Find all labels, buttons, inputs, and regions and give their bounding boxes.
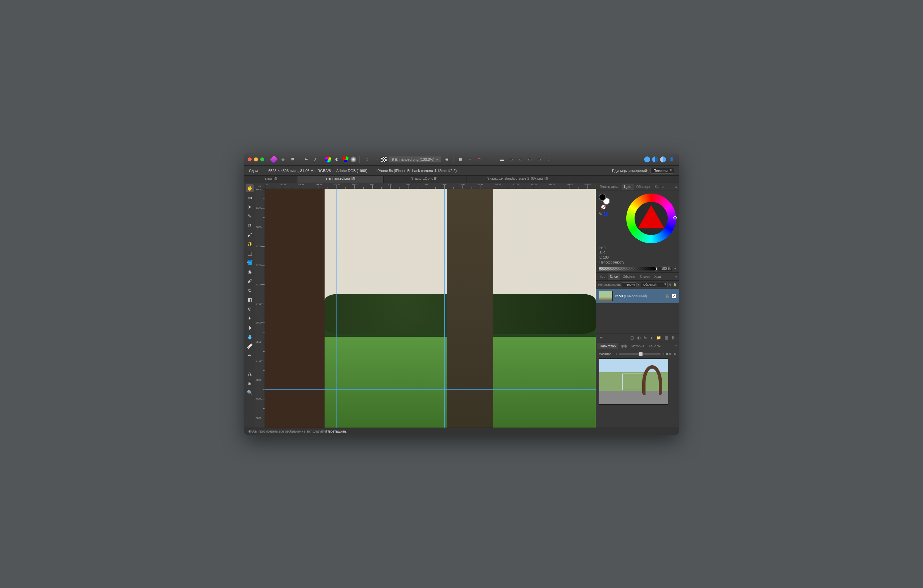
- mirror-icon[interactable]: ⇋: [302, 156, 310, 163]
- grid-icon[interactable]: ▦: [457, 156, 464, 163]
- dodge-tool[interactable]: ◗: [246, 324, 254, 332]
- eyedropper-icon[interactable]: ✎: [599, 212, 603, 217]
- panel-tab[interactable]: Трф: [618, 343, 629, 349]
- panel-tab[interactable]: Кисти: [652, 184, 666, 190]
- magnet-icon[interactable]: ⊃: [475, 156, 483, 163]
- panel-tab[interactable]: Слои: [608, 273, 620, 280]
- panel-tab[interactable]: Эффект: [620, 273, 637, 280]
- target-icon[interactable]: ◉: [443, 156, 450, 163]
- pixel-tool[interactable]: ↯: [246, 286, 254, 294]
- folder-icon[interactable]: 📁: [656, 335, 661, 340]
- minimize-button[interactable]: [254, 158, 258, 161]
- layers-icon[interactable]: ≣: [599, 335, 603, 340]
- zoom-slider[interactable]: [619, 353, 661, 355]
- arrow-tool[interactable]: ➤: [246, 203, 254, 211]
- pen-tool[interactable]: ✒: [246, 351, 254, 359]
- zoom-out-icon[interactable]: ⊖: [614, 352, 617, 356]
- horizontal-guide[interactable]: [265, 389, 596, 390]
- close-button[interactable]: [248, 158, 251, 161]
- horizontal-ruler[interactable]: px 2300240025002600270028002900300031003…: [255, 183, 596, 189]
- rgb-icon[interactable]: [342, 156, 348, 163]
- picked-color[interactable]: [604, 212, 608, 216]
- zoom-tool[interactable]: 🔍: [246, 388, 254, 396]
- account-icon[interactable]: 👤: [668, 156, 675, 163]
- arrange-3-icon[interactable]: ▭: [526, 156, 534, 163]
- erase-tool[interactable]: ◧: [246, 296, 254, 304]
- quicklook-1-icon[interactable]: [644, 156, 650, 163]
- layer-lock-icon[interactable]: 🔒: [673, 283, 677, 286]
- blend-mode-select[interactable]: Обычный: [641, 282, 668, 287]
- ruler-icon[interactable]: ⟋: [372, 156, 379, 163]
- arrange-5-icon[interactable]: ▯: [545, 156, 552, 163]
- color-wheel[interactable]: [626, 194, 676, 243]
- hourglass-icon[interactable]: ⧗: [650, 335, 653, 340]
- arrange-4-icon[interactable]: ▭: [535, 156, 543, 163]
- canvas[interactable]: [265, 189, 596, 427]
- color-wheel-icon[interactable]: [325, 156, 331, 163]
- layer-lock-icon[interactable]: 🔒: [665, 294, 670, 298]
- clone-tool[interactable]: ⊙: [246, 305, 254, 313]
- panel-tab[interactable]: Гистограмма: [598, 184, 622, 190]
- mesh-tool[interactable]: ⊞: [246, 379, 254, 387]
- magic-wand-tool[interactable]: ✨: [246, 240, 254, 248]
- marquee-tool[interactable]: ⬚: [246, 249, 254, 257]
- contrast-icon[interactable]: ◐: [333, 156, 340, 163]
- paint-brush-tool[interactable]: 🖌: [246, 277, 254, 285]
- color-picker-tool[interactable]: ✎: [246, 212, 254, 220]
- share-icon[interactable]: ⤴: [312, 156, 319, 163]
- delete-icon[interactable]: 🗑: [672, 335, 675, 340]
- layer-opacity-value[interactable]: 100 %: [622, 283, 637, 287]
- vertical-ruler[interactable]: 1800190020002100220023002400250026002700…: [255, 189, 265, 427]
- layer-item[interactable]: Фон (Пиксельный) 🔒 ✓: [596, 289, 679, 303]
- aperture-icon[interactable]: ✲: [289, 156, 296, 163]
- selection-brush-tool[interactable]: 🖌: [246, 231, 254, 239]
- document-tab[interactable]: 9.jpg [И]: [244, 176, 297, 182]
- healing-tool[interactable]: 🩹: [246, 342, 254, 350]
- document-title[interactable]: 9-Enhanced.png (100.0%): [389, 156, 441, 163]
- document-tab[interactable]: 9-Enhanced.png [И]: [297, 176, 384, 182]
- text-tool[interactable]: A: [246, 370, 254, 378]
- persona-icon[interactable]: ◎: [279, 156, 287, 163]
- opacity-value[interactable]: 100 %: [658, 266, 672, 271]
- panel-tab[interactable]: Хрщ: [652, 273, 663, 280]
- foreground-background-swatch[interactable]: [599, 194, 608, 203]
- panel-menu-icon[interactable]: ≡: [675, 344, 677, 348]
- panel-tab[interactable]: Каналы: [647, 343, 663, 349]
- no-color-swatch[interactable]: [601, 205, 606, 209]
- layer-opacity-menu-icon[interactable]: ▾: [638, 283, 639, 286]
- move-tool[interactable]: ▭: [246, 194, 254, 202]
- panel-tab[interactable]: История: [629, 343, 647, 349]
- shape-tool[interactable]: [246, 361, 254, 369]
- smudge-tool[interactable]: 💧: [246, 333, 254, 341]
- crop-tool[interactable]: ⧉: [246, 222, 254, 229]
- units-select[interactable]: Пиксели: [650, 168, 674, 174]
- arrange-1-icon[interactable]: ▭: [507, 156, 515, 163]
- fullscreen-button[interactable]: [260, 158, 264, 161]
- document-tab[interactable]: 9-gigapixel-standard-scale-2_00x.png [И]: [466, 176, 569, 182]
- panel-tab[interactable]: Стили: [638, 273, 652, 280]
- vertical-guide[interactable]: [444, 189, 445, 427]
- panel-tab[interactable]: Образцы: [634, 184, 652, 190]
- marquee-icon[interactable]: ⬚: [363, 156, 370, 163]
- panel-menu-icon[interactable]: ≡: [675, 185, 677, 189]
- zoom-in-icon[interactable]: ⊕: [673, 352, 676, 356]
- panel-tab[interactable]: Кор: [598, 273, 608, 280]
- arrange-2-icon[interactable]: ▭: [517, 156, 524, 163]
- mask-icon[interactable]: ▢: [630, 335, 634, 340]
- axis-icon[interactable]: ✛: [466, 156, 473, 163]
- panel-tab[interactable]: Навигатор: [598, 343, 618, 349]
- vertical-guide[interactable]: [337, 189, 337, 427]
- chess-icon[interactable]: [381, 157, 387, 162]
- layer-settings-icon[interactable]: ⚙: [669, 283, 672, 286]
- quicklook-3-icon[interactable]: [660, 156, 666, 163]
- fx-icon[interactable]: fx: [644, 335, 647, 340]
- opacity-menu-icon[interactable]: ▾: [674, 267, 676, 271]
- document-tab[interactable]: 9_auto_x2.png [И]: [384, 176, 466, 182]
- inpaint-tool[interactable]: ✦: [246, 314, 254, 322]
- navigator-viewport[interactable]: [622, 374, 642, 390]
- panel-tab[interactable]: Цвет: [622, 184, 634, 190]
- align-group-icon[interactable]: ▬: [498, 156, 506, 163]
- add-layer-icon[interactable]: ▦: [664, 335, 668, 340]
- gradient-tool[interactable]: ◉: [246, 268, 254, 276]
- quicklook-2-icon[interactable]: [652, 156, 658, 163]
